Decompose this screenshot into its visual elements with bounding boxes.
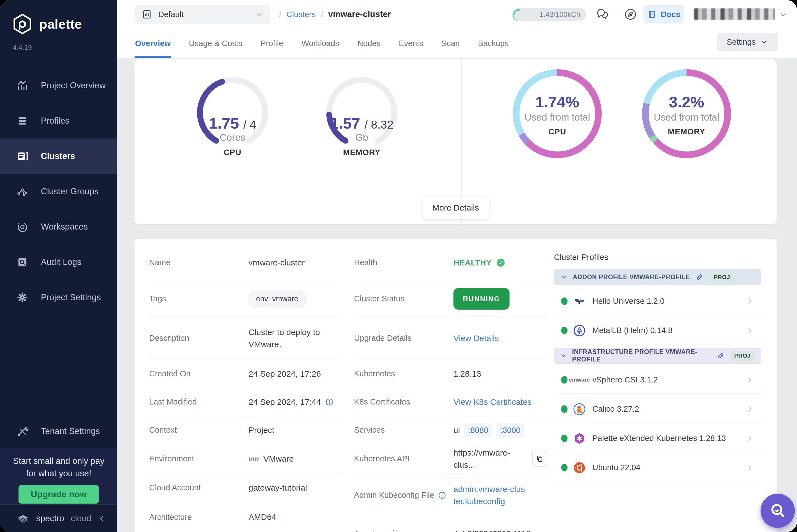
detail-row-environment: Environment vmVMware [149,444,342,474]
sidebar-item-audit-logs[interactable]: Audit Logs [0,245,117,280]
detail-row-admin-kubeconfig: Admin Kubeconfig File admin.vmware-clust… [354,474,547,517]
status-dot [561,464,567,471]
service-port-8080-link[interactable]: :8080 [464,423,492,438]
tab-events[interactable]: Events [398,29,424,58]
collapse-sidebar-icon[interactable] [98,514,106,523]
profile-layer-metallb[interactable]: MetalLB (Helm) 0.14.8 [554,317,761,344]
sidebar-item-clusters[interactable]: Clusters [0,138,117,174]
docs-button[interactable]: Docs [644,5,684,23]
copy-icon [536,455,544,463]
tab-backups[interactable]: Backups [477,29,509,58]
detail-row-tags: Tags env: vmware [149,281,342,317]
info-icon[interactable] [438,491,446,499]
detail-row-created-on: Created On 24 Sep 2024, 17:26 [149,360,342,388]
tools-icon [16,425,29,438]
detail-row-kubernetes: Kubernetes 1.28.13 [354,360,547,388]
footer-brand-cloud: cloud [71,514,91,524]
info-icon[interactable] [325,398,333,406]
infrastructure-profile-header[interactable]: INFRASTRUCTURE PROFILE VMWARE-PROFILE PR… [554,348,761,364]
chat-icon[interactable] [596,7,610,21]
memory-usage-caption: Used from total [641,112,732,123]
profile-layer-palette-kubernetes[interactable]: Palette eXtended Kubernetes 1.28.13 [554,425,761,452]
brand-logo: palette [12,13,82,35]
sidebar-item-workspaces[interactable]: Workspaces [0,209,117,245]
chevron-right-icon [746,463,754,472]
sidebar-item-project-settings[interactable]: Project Settings [0,280,117,315]
tab-nodes[interactable]: Nodes [357,29,381,58]
promo-text-line2: for what you use! [0,467,117,479]
tab-workloads[interactable]: Workloads [301,29,340,58]
chevron-down-icon [560,273,567,281]
profile-layer-calico[interactable]: Calico 3.27.2 [554,396,761,422]
tab-overview[interactable]: Overview [134,29,171,58]
sidebar-item-label: Project Overview [41,80,106,91]
project-selector-value: Default [158,10,184,19]
network-nodes-icon [16,185,29,198]
addon-profile-header[interactable]: ADDON PROFILE VMWARE-PROFILE PROJ [554,269,761,285]
scope-badge: PROJ [730,351,755,361]
scope-badge: PROJ [709,272,734,282]
status-dot [561,298,567,305]
main-area: Default / Clusters / vmware-cluster 1.43… [117,0,797,532]
more-details-button[interactable]: More Details [422,197,489,219]
kubeconfig-download-link[interactable]: admin.vmware-cluster.kubeconfig [453,483,525,508]
settings-button[interactable]: Settings [717,33,778,51]
breadcrumb-current: vmware-cluster [328,10,391,19]
user-account-name-redacted[interactable] [694,8,775,20]
cpu-usage-caption: Used from total [512,112,603,123]
compass-icon[interactable] [623,7,638,21]
metallb-icon [573,324,586,337]
cluster-profiles-title: Cluster Profiles [554,253,761,262]
tab-profile[interactable]: Profile [260,29,284,58]
project-selector[interactable]: Default [134,5,270,24]
detail-row-upgrade-details: Upgrade Details View Details [354,317,547,360]
check-circle-icon [496,258,505,267]
profile-layer-ubuntu[interactable]: Ubuntu 22.04 [554,454,761,481]
service-port-3000-link[interactable]: :3000 [496,423,524,438]
cpu-gauge-value: 1.75 / 4 [185,114,279,132]
chevron-down-icon [560,352,567,359]
cpu-usage-percent: 1.74% [512,93,603,111]
usage-credits-pill[interactable]: 1.43/100kCh [512,8,586,21]
view-k8s-certificates-link[interactable]: View K8s Certificates [453,396,531,408]
sidebar-item-tenant-settings[interactable]: Tenant Settings [0,419,117,444]
chevron-right-icon [746,326,754,335]
bar-chart-icon [16,79,29,92]
profile-layer-hello-universe[interactable]: Hello Universe 1.2.0 [554,288,761,315]
view-details-link[interactable]: View Details [453,332,499,344]
breadcrumb-separator: / [279,10,282,20]
gear-icon [16,291,29,304]
search-help-fab[interactable] [761,494,795,528]
breadcrumb-clusters-link[interactable]: Clusters [286,10,316,19]
profile-layer-vsphere-csi[interactable]: vmware vSphere CSI 3.1.2 [554,366,761,393]
promo-text-line1: Start small and only pay [0,455,117,467]
memory-gauge-value: 1.57 / 8.32 [315,114,409,132]
cpu-gauge-metric: CPU [185,148,279,157]
book-icon [648,10,657,19]
sidebar-item-cluster-groups[interactable]: Cluster Groups [0,174,117,209]
memory-gauge-metric: MEMORY [315,148,409,157]
tab-scan[interactable]: Scan [441,29,460,58]
tab-usage-costs[interactable]: Usage & Costs [188,29,243,58]
ubuntu-icon [573,461,586,474]
palette-kubernetes-icon [573,432,586,445]
detail-row-k8s-certificates: K8s Certificates View K8s Certificates [354,388,547,416]
sidebar-item-label: Clusters [41,151,75,161]
sidebar-nav: Project Overview Profiles Clusters Clust… [0,68,117,315]
details-left-column: Name vmware-cluster Tags env: vmware Des… [149,245,342,532]
magnifier-smile-icon [768,501,787,521]
project-chart-icon [142,9,152,20]
cpu-usage-donut: 1.74% Used from total CPU [512,68,603,159]
sidebar-item-profiles[interactable]: Profiles [0,103,117,138]
spectro-cloud-logo-icon [17,511,30,526]
user-menu-chevron-icon[interactable] [779,11,787,19]
palette-logo-icon [12,13,33,35]
breadcrumb-separator: / [321,10,323,20]
sidebar-item-project-overview[interactable]: Project Overview [0,68,117,103]
status-dot [561,327,567,334]
top-bar: Default / Clusters / vmware-cluster 1.43… [117,0,797,58]
copy-api-url-button[interactable] [532,451,547,467]
cluster-profiles-panel: Cluster Profiles ADDON PROFILE VMWARE-PR… [554,253,761,483]
upgrade-now-button[interactable]: Upgrade now [18,485,99,504]
sidebar: palette 4.4.19 Project Overview Profiles… [0,0,117,532]
